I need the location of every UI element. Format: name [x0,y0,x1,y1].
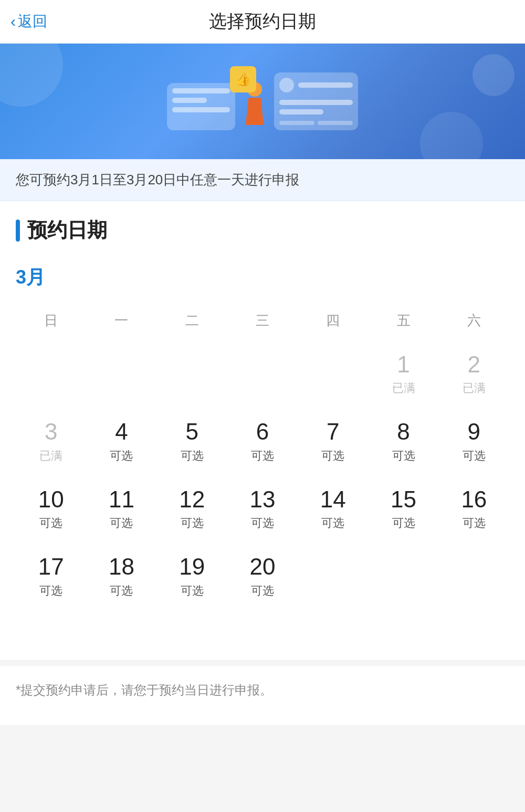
banner: 👍 [0,44,525,159]
calendar-day-number: 16 [461,487,487,512]
calendar-day-status: 可选 [181,448,204,464]
calendar-day-cell[interactable]: 5可选 [157,408,227,475]
card-line-2 [172,98,207,103]
banner-decor-circle-2 [420,112,483,159]
calendar-day-cell: 3已满 [16,408,86,475]
calendar-day-cell[interactable]: 8可选 [368,408,438,475]
weekday-label: 四 [298,306,368,335]
calendar-day-cell[interactable]: 16可选 [439,475,509,543]
weekday-label: 一 [86,306,156,335]
person-body [246,98,264,125]
calendar-empty-cell [368,543,438,610]
calendar-day-number: 19 [179,554,205,579]
footer-note-text: *提交预约申请后，请您于预约当日进行申报。 [16,683,272,697]
page-title: 选择预约日期 [209,9,316,34]
calendar-day-cell[interactable]: 17可选 [16,543,86,610]
calendar-day-number: 2 [468,352,480,377]
calendar-day-cell[interactable]: 11可选 [86,475,156,543]
calendar-day-cell[interactable]: 9可选 [439,408,509,475]
calendar-day-cell[interactable]: 19可选 [157,543,227,610]
calendar-day-status: 可选 [392,448,415,464]
main-content: 预约日期 3月 日一二三四五六 1已满2已满3已满4可选5可选6可选7可选8可选… [0,201,525,660]
card-line-5 [279,100,353,105]
calendar-empty-cell [16,340,86,408]
calendar-day-number: 11 [109,487,134,512]
calendar-day-status: 可选 [181,583,204,599]
weekday-label: 二 [157,306,227,335]
calendar-grid: 1已满2已满3已满4可选5可选6可选7可选8可选9可选10可选11可选12可选1… [16,340,509,633]
calendar-day-number: 1 [397,352,410,377]
calendar-empty-cell [227,340,298,408]
month-label: 3月 [16,259,509,296]
calendar-day-cell[interactable]: 20可选 [227,543,298,610]
weekday-label: 六 [439,306,509,335]
calendar-day-status: 可选 [251,583,274,599]
calendar-day-status: 可选 [251,448,274,464]
info-bar: 您可预约3月1日至3月20日中任意一天进行申报 [0,159,525,201]
calendar-day-status: 可选 [321,448,344,464]
calendar-day-number: 17 [38,554,64,579]
calendar-day-number: 9 [468,419,480,444]
card-line-6 [279,109,323,114]
calendar-day-cell[interactable]: 10可选 [16,475,86,543]
calendar-day-status: 可选 [39,583,62,599]
calendar-day-cell[interactable]: 4可选 [86,408,156,475]
title-bar-accent [16,220,20,242]
back-button[interactable]: ‹ 返回 [10,12,47,32]
back-icon: ‹ [10,13,16,30]
banner-decor-circle-3 [472,54,514,96]
calendar-day-cell[interactable]: 7可选 [298,408,368,475]
calendar-day-status: 已满 [39,448,62,464]
card-line-3 [172,107,230,112]
weekday-label: 三 [227,306,298,335]
calendar-empty-cell [439,543,509,610]
calendar-day-cell[interactable]: 12可选 [157,475,227,543]
calendar-day-number: 12 [179,487,205,512]
calendar-day-status: 可选 [181,515,204,531]
calendar-day-status: 可选 [463,448,486,464]
calendar-day-status: 已满 [392,380,415,396]
calendar-day-number: 10 [38,487,64,512]
calendar-empty-cell [86,610,156,633]
calendar-day-status: 可选 [110,515,133,531]
footer-note: *提交预约申请后，请您于预约当日进行申报。 [0,660,525,725]
calendar-day-status: 可选 [39,515,62,531]
calendar-day-cell: 1已满 [368,340,438,408]
calendar-empty-cell [86,340,156,408]
calendar-day-number: 4 [115,419,128,444]
calendar-day-number: 7 [327,419,339,444]
weekday-label: 日 [16,306,86,335]
calendar-day-number: 14 [320,487,346,512]
card-line-1 [172,88,230,93]
calendar: 日一二三四五六 1已满2已满3已满4可选5可选6可选7可选8可选9可选10可选1… [16,306,509,633]
weekdays-row: 日一二三四五六 [16,306,509,335]
calendar-empty-cell [298,543,368,610]
info-text: 您可预约3月1日至3月20日中任意一天进行申报 [16,172,299,188]
banner-card-right [274,72,358,130]
calendar-day-cell[interactable]: 15可选 [368,475,438,543]
calendar-empty-cell [157,340,227,408]
calendar-day-cell[interactable]: 14可选 [298,475,368,543]
calendar-empty-cell [298,340,368,408]
calendar-day-status: 可选 [321,515,344,531]
section-title: 预约日期 [16,217,509,244]
calendar-day-status: 可选 [251,515,274,531]
calendar-day-number: 13 [250,487,276,512]
calendar-day-status: 可选 [392,515,415,531]
card-avatar [279,78,294,92]
banner-decor-circle-1 [0,44,63,107]
note-card: 👍 [230,66,256,92]
calendar-day-cell: 2已满 [439,340,509,408]
card-line-4 [298,82,353,88]
calendar-day-cell[interactable]: 13可选 [227,475,298,543]
calendar-day-number: 15 [391,487,416,512]
section-title-text: 预约日期 [27,217,107,244]
calendar-day-number: 8 [397,419,410,444]
calendar-day-cell[interactable]: 6可选 [227,408,298,475]
banner-card-left [167,83,235,130]
back-label: 返回 [18,12,47,32]
calendar-day-cell[interactable]: 18可选 [86,543,156,610]
calendar-day-status: 已满 [463,380,486,396]
card-line-8 [318,121,353,125]
calendar-day-number: 5 [185,419,198,444]
